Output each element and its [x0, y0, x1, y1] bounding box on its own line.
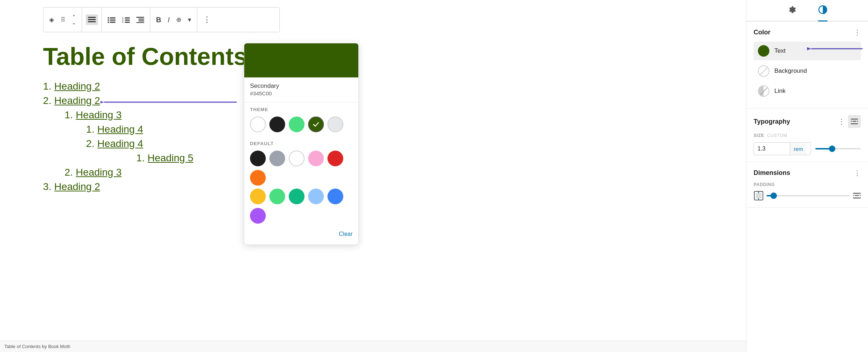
- swatch-pink-default[interactable]: [308, 151, 324, 166]
- toolbar-group-options: ⋮: [197, 8, 217, 32]
- padding-slider[interactable]: [766, 195, 850, 196]
- toc-link-h4-2[interactable]: Heading 4: [97, 138, 143, 149]
- swatch-black[interactable]: [269, 116, 285, 132]
- svg-rect-33: [853, 193, 861, 194]
- svg-point-3: [108, 17, 109, 19]
- color-circle-link: [758, 85, 769, 97]
- svg-rect-15: [136, 17, 144, 18]
- toc-link-h2-3[interactable]: Heading 2: [54, 181, 100, 192]
- color-preview: [244, 43, 358, 77]
- typography-header-actions: ⋮: [838, 115, 861, 128]
- panel-arrow-text: [807, 44, 864, 54]
- svg-rect-14: [125, 22, 130, 23]
- padding-row: [754, 191, 861, 201]
- swatch-light-gray[interactable]: [327, 116, 343, 132]
- block-icon-btn[interactable]: ◈: [47, 14, 56, 26]
- svg-rect-35: [853, 195, 854, 196]
- svg-rect-4: [110, 18, 115, 19]
- size-slider[interactable]: [815, 148, 861, 149]
- svg-rect-36: [860, 195, 861, 196]
- swatch-orange-default[interactable]: [250, 170, 266, 186]
- color-label-background: Background: [774, 67, 807, 75]
- dimensions-menu-btn[interactable]: ⋮: [854, 168, 861, 177]
- svg-rect-26: [851, 121, 852, 122]
- right-panel: Color ⋮ Text Background Link: [746, 0, 868, 352]
- bottom-bar: Table of Contents by Book Moth: [0, 341, 746, 352]
- svg-text:3.: 3.: [122, 21, 124, 23]
- bold-btn[interactable]: B: [154, 14, 163, 26]
- footer-text: Table of Contents by Book Moth: [4, 344, 70, 349]
- list-item: 3.Heading 2: [43, 181, 746, 192]
- swatch-dark-green[interactable]: [308, 116, 324, 132]
- swatch-blue[interactable]: [327, 189, 343, 204]
- editor-toolbar: ◈ ⠿ ⌃⌄ 1.2.3. B I ⊕ ▾ ⋮: [43, 7, 280, 32]
- link-btn[interactable]: ⊕: [174, 14, 184, 26]
- padding-label: PADDING: [754, 182, 861, 187]
- italic-btn[interactable]: I: [165, 14, 172, 26]
- swatch-red-default[interactable]: [327, 151, 343, 166]
- unordered-list-btn[interactable]: [105, 14, 118, 25]
- more-formats-btn[interactable]: ▾: [186, 14, 193, 26]
- align-btn[interactable]: [86, 14, 98, 25]
- settings-tab[interactable]: [787, 5, 797, 22]
- color-section-title: Color: [754, 29, 770, 36]
- toc-link-h4-1[interactable]: Heading 4: [97, 124, 143, 135]
- toolbar-group-format: B I ⊕ ▾: [150, 8, 197, 32]
- color-label-text: Text: [774, 47, 786, 54]
- color-section-menu-btn[interactable]: ⋮: [854, 28, 861, 37]
- svg-rect-6: [110, 20, 115, 21]
- swatch-gray-default[interactable]: [269, 151, 285, 166]
- swatch-white[interactable]: [250, 116, 266, 132]
- toolbar-group-list: 1.2.3.: [102, 8, 150, 32]
- clear-btn[interactable]: Clear: [339, 231, 353, 237]
- swatch-yellow[interactable]: [250, 189, 266, 204]
- arrow-annotation-heading2: [100, 96, 244, 109]
- options-btn[interactable]: ⋮: [201, 13, 213, 27]
- list-item: 1.Heading 3: [65, 109, 746, 121]
- svg-rect-17: [138, 20, 144, 22]
- color-option-text[interactable]: Text: [754, 42, 861, 60]
- drag-btn[interactable]: ⠿: [58, 14, 67, 26]
- size-unit[interactable]: rem: [790, 143, 807, 155]
- swatch-light-green[interactable]: [269, 189, 285, 204]
- typography-section-title: Typography: [754, 118, 790, 125]
- default-swatches-row2: [244, 187, 358, 228]
- move-btn[interactable]: ⌃⌄: [70, 12, 78, 28]
- toc-link-h2-2[interactable]: Heading 2: [54, 95, 100, 106]
- color-option-background[interactable]: Background: [754, 62, 861, 80]
- color-circle-background: [758, 65, 769, 77]
- swatch-white-default[interactable]: [289, 151, 305, 166]
- swatch-teal[interactable]: [289, 189, 305, 204]
- svg-rect-12: [125, 20, 130, 21]
- ordered-list-btn[interactable]: 1.2.3.: [120, 14, 132, 25]
- swatch-purple[interactable]: [250, 208, 266, 224]
- typography-settings-btn[interactable]: [848, 115, 861, 128]
- svg-rect-1: [88, 19, 96, 20]
- typography-menu-btn[interactable]: ⋮: [838, 117, 845, 126]
- swatch-green[interactable]: [289, 116, 305, 132]
- color-section: Color ⋮ Text Background Link: [746, 22, 868, 109]
- list-item: 2.Heading 4: [86, 138, 746, 149]
- list-item: 2.Heading 3: [65, 167, 746, 178]
- toc-link-h2-1[interactable]: Heading 2: [54, 81, 100, 92]
- toc-link-h3-1[interactable]: Heading 3: [76, 109, 122, 120]
- padding-adjust-icon: [853, 192, 861, 199]
- list-item: 2.Heading 2: [43, 95, 746, 106]
- color-option-link[interactable]: Link: [754, 82, 861, 100]
- list-item: 1.Heading 4: [86, 124, 746, 135]
- size-input[interactable]: [754, 143, 790, 155]
- style-tab[interactable]: [818, 5, 827, 22]
- svg-rect-30: [756, 193, 761, 199]
- toc-container: 1.Heading 2 2.Heading 2 1.Heading 3: [43, 81, 746, 192]
- swatch-black-default[interactable]: [250, 151, 266, 166]
- color-picker-popup: Secondary #345C00 THEME DEFAULT: [244, 43, 359, 245]
- size-label-row: SIZE CUSTOM: [754, 133, 861, 138]
- svg-rect-27: [857, 121, 858, 122]
- toc-link-h5-1[interactable]: Heading 5: [147, 152, 193, 163]
- swatch-light-blue[interactable]: [308, 189, 324, 204]
- main-content: ◈ ⠿ ⌃⌄ 1.2.3. B I ⊕ ▾ ⋮: [0, 0, 746, 352]
- toc-link-h3-2[interactable]: Heading 3: [76, 167, 122, 178]
- color-label-link: Link: [774, 87, 786, 95]
- default-swatches: [244, 149, 358, 190]
- indent-btn[interactable]: [134, 14, 146, 25]
